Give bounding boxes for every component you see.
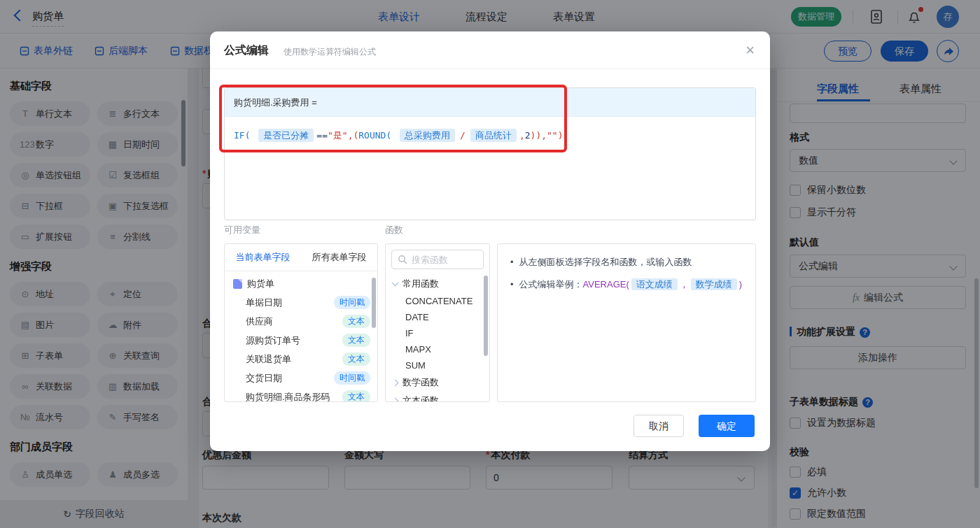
formula-token: / bbox=[460, 130, 465, 141]
variable-row[interactable]: 单据日期时间戳 bbox=[225, 293, 377, 312]
variable-name: 单据日期 bbox=[246, 297, 282, 309]
function-item-DATE[interactable]: DATE bbox=[386, 309, 489, 325]
variables-root[interactable]: 购货单 bbox=[225, 271, 377, 293]
function-item-SUM[interactable]: SUM bbox=[386, 357, 489, 373]
chevron-right-icon bbox=[392, 397, 399, 402]
chevron-right-icon bbox=[392, 379, 399, 386]
formula-field-token[interactable]: 总采购费用 bbox=[400, 129, 455, 142]
formula-target: 购货明细.采购费用 = bbox=[225, 88, 755, 117]
formula-expression[interactable]: IF( 是否已分摊=="是",(ROUND( 总采购费用/商品统计,2)),""… bbox=[225, 117, 755, 155]
variable-name: 供应商 bbox=[246, 315, 273, 328]
variables-tab-1[interactable]: 当前表单字段 bbox=[236, 251, 290, 264]
variable-name: 购货明细.商品条形码 bbox=[246, 391, 330, 403]
hint-panel: • 从左侧面板选择字段名和函数，或输入函数 • 公式编辑举例：AVERAGE(语… bbox=[497, 243, 756, 402]
function-search-input[interactable] bbox=[412, 255, 475, 265]
hint-line1: 从左侧面板选择字段名和函数，或输入函数 bbox=[519, 255, 692, 269]
hint-example: 公式编辑举例：AVERAGE(语文成绩，数学成绩) bbox=[519, 278, 743, 292]
function-group-常用函数[interactable]: 常用函数 bbox=[386, 275, 489, 293]
formula-token: )) bbox=[531, 130, 542, 141]
function-search[interactable] bbox=[391, 250, 484, 269]
type-badge: 时间戳 bbox=[334, 371, 370, 385]
variable-row[interactable]: 源购货订单号文本 bbox=[225, 331, 377, 350]
bullet-icon: • bbox=[510, 255, 514, 269]
hint-function-name: AVERAGE( bbox=[583, 279, 629, 290]
function-item-IF[interactable]: IF bbox=[386, 325, 489, 341]
formula-editor-dialog: 公式编辑 使用数学运算符编辑公式 × 购货明细.采购费用 = IF( 是否已分摊… bbox=[210, 31, 770, 451]
type-badge: 文本 bbox=[342, 390, 370, 402]
close-icon[interactable]: × bbox=[746, 41, 755, 59]
confirm-button[interactable]: 确定 bbox=[699, 415, 755, 437]
formula-field-token[interactable]: 是否已分摊 bbox=[258, 129, 314, 142]
formula-token: , bbox=[541, 130, 547, 141]
functions-label: 函数 bbox=[385, 224, 403, 236]
function-group-文本函数[interactable]: 文本函数 bbox=[386, 392, 489, 402]
hint-field-token[interactable]: 数学成绩 bbox=[691, 278, 737, 290]
group-label: 文本函数 bbox=[402, 394, 439, 402]
functions-box: 常用函数CONCATENATEDATEIFMAPXSUM数学函数文本函数 bbox=[385, 243, 490, 402]
formula-token: IF( bbox=[234, 130, 255, 141]
type-badge: 文本 bbox=[342, 315, 370, 328]
formula-token: ) bbox=[558, 130, 564, 141]
type-badge: 时间戳 bbox=[334, 296, 370, 309]
cancel-button[interactable]: 取消 bbox=[634, 415, 684, 437]
functions-scrollbar[interactable] bbox=[484, 276, 488, 356]
chevron-down-icon bbox=[392, 280, 399, 287]
variables-scrollbar[interactable] bbox=[372, 278, 376, 328]
form-doc-icon bbox=[233, 279, 242, 289]
hint-close-paren: ) bbox=[739, 279, 742, 290]
dialog-subtitle: 使用数学运算符编辑公式 bbox=[284, 46, 376, 58]
variable-row[interactable]: 供应商文本 bbox=[225, 312, 377, 331]
variable-row[interactable]: 交货日期时间戳 bbox=[225, 369, 377, 387]
hint-field-token[interactable]: 语文成绩 bbox=[631, 278, 678, 290]
formula-token: 2 bbox=[525, 130, 531, 141]
function-group-数学函数[interactable]: 数学函数 bbox=[386, 373, 489, 392]
dialog-title: 公式编辑 bbox=[224, 43, 269, 58]
formula-token: ,( bbox=[348, 130, 359, 141]
variables-label: 可用变量 bbox=[224, 224, 260, 236]
formula-token: "是" bbox=[328, 130, 348, 141]
dialog-header: 公式编辑 使用数学运算符编辑公式 × bbox=[210, 31, 770, 69]
formula-editor[interactable]: 购货明细.采购费用 = IF( 是否已分摊=="是",(ROUND( 总采购费用… bbox=[224, 87, 756, 220]
type-badge: 文本 bbox=[342, 334, 370, 347]
function-item-MAPX[interactable]: MAPX bbox=[386, 341, 489, 357]
group-label: 常用函数 bbox=[402, 278, 439, 290]
hint-prefix: 公式编辑举例： bbox=[519, 279, 583, 290]
variable-name: 源购货订单号 bbox=[246, 334, 300, 347]
group-label: 数学函数 bbox=[402, 376, 439, 389]
formula-token: "" bbox=[547, 130, 558, 141]
search-icon bbox=[398, 255, 407, 264]
variable-row[interactable]: 购货明细.商品条形码文本 bbox=[225, 387, 377, 402]
type-badge: 文本 bbox=[342, 352, 370, 366]
variable-name: 交货日期 bbox=[246, 372, 282, 385]
variable-row[interactable]: 关联退货单文本 bbox=[225, 350, 377, 369]
bullet-icon: • bbox=[510, 278, 514, 292]
hint-comma: ， bbox=[680, 279, 689, 290]
formula-token: ROUND( bbox=[358, 130, 397, 141]
variables-tab-2[interactable]: 所有表单字段 bbox=[312, 251, 367, 264]
formula-field-token[interactable]: 商品统计 bbox=[470, 129, 517, 142]
function-item-CONCATENATE[interactable]: CONCATENATE bbox=[386, 293, 489, 309]
formula-token: == bbox=[316, 130, 328, 141]
formula-token: , bbox=[519, 130, 525, 141]
variables-box: 当前表单字段所有表单字段 购货单 单据日期时间戳供应商文本源购货订单号文本关联退… bbox=[224, 243, 378, 402]
variable-name: 关联退货单 bbox=[246, 353, 291, 366]
